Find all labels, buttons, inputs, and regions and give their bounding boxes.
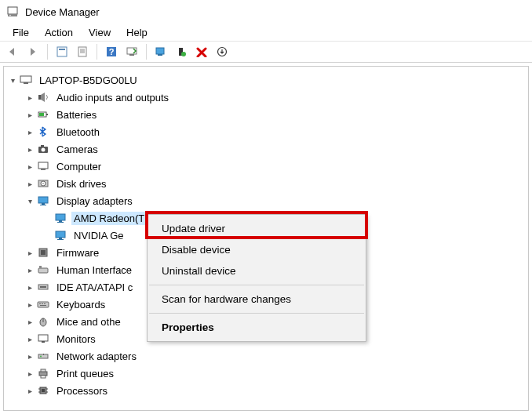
- svg-rect-32: [38, 197, 48, 203]
- speaker-icon: [37, 91, 49, 104]
- bluetooth-icon: [37, 125, 49, 138]
- ctx-update-driver[interactable]: Update driver: [148, 218, 366, 239]
- svg-rect-23: [39, 113, 44, 116]
- properties-button[interactable]: [73, 43, 92, 60]
- caret-right-icon[interactable]: ▸: [24, 333, 35, 344]
- svg-rect-60: [41, 369, 46, 372]
- uninstall-button[interactable]: [213, 43, 231, 60]
- battery-icon: [37, 108, 49, 121]
- tree-category[interactable]: ▸Audio inputs and outputs: [24, 89, 528, 106]
- tree-category[interactable]: ▸Batteries: [24, 106, 528, 123]
- tree-root-node[interactable]: ▾LAPTOP-B5DGO0LU: [7, 71, 528, 89]
- toolbar-separator: [146, 44, 147, 60]
- svg-rect-20: [38, 95, 41, 100]
- caret-right-icon[interactable]: ▸: [24, 264, 35, 275]
- caret-right-icon[interactable]: ▸: [24, 178, 35, 189]
- enable-button[interactable]: [172, 43, 191, 60]
- tree-category[interactable]: ▸Bluetooth: [24, 123, 528, 140]
- help-button[interactable]: ?: [102, 43, 121, 60]
- menu-view[interactable]: View: [81, 25, 118, 40]
- ctx-disable-device[interactable]: Disable device: [148, 239, 366, 260]
- tree-category[interactable]: ▸Network adapters: [24, 347, 528, 365]
- update-driver-button[interactable]: [151, 43, 170, 60]
- caret-right-icon[interactable]: ▸: [24, 385, 35, 396]
- svg-rect-1: [8, 14, 17, 16]
- context-menu: Update driver Disable device Uninstall d…: [147, 214, 366, 342]
- tree-category[interactable]: ▸Cameras: [24, 140, 528, 158]
- tree-category[interactable]: ▸Print queues: [24, 365, 528, 382]
- camera-icon: [37, 143, 49, 155]
- caret-right-icon[interactable]: ▸: [24, 368, 35, 379]
- ide-icon: [37, 281, 49, 293]
- tree-category-label: Audio inputs and outputs: [54, 91, 171, 104]
- svg-rect-4: [59, 49, 65, 50]
- caret-right-icon[interactable]: ▸: [24, 161, 35, 172]
- svg-rect-38: [56, 231, 65, 238]
- toolbar-separator: [97, 44, 97, 60]
- tree-category[interactable]: ▸Computer: [24, 158, 528, 175]
- delete-button[interactable]: [192, 43, 211, 60]
- svg-rect-54: [38, 335, 48, 341]
- menu-action[interactable]: Action: [37, 25, 81, 40]
- tree-category-label: Batteries: [54, 108, 99, 122]
- cpu-icon: [37, 384, 49, 397]
- svg-rect-35: [56, 214, 65, 220]
- svg-rect-55: [42, 341, 45, 343]
- menu-file[interactable]: File: [5, 25, 37, 40]
- tree-category[interactable]: ▾Display adapters: [24, 192, 528, 209]
- caret-right-icon[interactable]: ▸: [24, 316, 35, 327]
- display-icon: [54, 229, 67, 242]
- tree-category[interactable]: ▸Disk drives: [24, 175, 528, 192]
- forward-button[interactable]: [24, 43, 42, 60]
- tree-category-label: Human Interface: [54, 263, 134, 277]
- svg-rect-33: [42, 203, 45, 205]
- caret-right-icon[interactable]: ▸: [24, 92, 35, 103]
- svg-rect-26: [41, 145, 44, 147]
- tree-category-label: Firmware: [54, 246, 101, 260]
- back-button[interactable]: [3, 43, 22, 60]
- svg-point-2: [9, 15, 11, 16]
- caret-down-icon[interactable]: ▾: [7, 74, 18, 85]
- tree-category-label: Mice and othe: [54, 315, 123, 329]
- svg-rect-42: [41, 250, 46, 255]
- computer-root-icon: [20, 74, 32, 86]
- caret-right-icon[interactable]: ▸: [24, 247, 35, 258]
- monitor-dev-icon: [37, 332, 49, 345]
- caret-right-icon[interactable]: ▸: [24, 299, 35, 310]
- tree-category[interactable]: ▸Processors: [24, 382, 528, 399]
- svg-point-25: [42, 148, 46, 152]
- menu-bar: File Action View Help: [0, 24, 532, 41]
- svg-rect-3: [57, 47, 67, 56]
- svg-rect-5: [78, 47, 86, 56]
- scan-button[interactable]: [122, 43, 141, 60]
- tree-category-label: Monitors: [54, 332, 98, 346]
- svg-rect-61: [41, 376, 46, 378]
- svg-rect-39: [59, 238, 62, 239]
- ctx-scan-hardware[interactable]: Scan for hardware changes: [148, 289, 366, 310]
- tree-category-label: Cameras: [54, 143, 100, 156]
- svg-rect-46: [40, 286, 46, 288]
- svg-point-31: [42, 183, 44, 184]
- app-icon: [6, 5, 19, 18]
- caret-right-icon[interactable]: ▸: [24, 109, 35, 120]
- tree-device-label: NVIDIA Ge: [71, 229, 126, 242]
- show-hidden-button[interactable]: [53, 43, 71, 60]
- ctx-uninstall-device[interactable]: Uninstall device: [148, 260, 366, 281]
- svg-rect-40: [57, 239, 64, 240]
- keyboard-icon: [37, 298, 49, 310]
- ctx-properties[interactable]: Properties: [148, 317, 366, 338]
- tree-category-label: Computer: [54, 160, 104, 173]
- window-title: Device Manager: [25, 6, 100, 18]
- svg-rect-43: [38, 268, 48, 273]
- caret-right-icon[interactable]: ▸: [24, 350, 35, 361]
- caret-right-icon[interactable]: ▸: [24, 281, 35, 292]
- printer-icon: [37, 367, 49, 380]
- caret-right-icon[interactable]: ▸: [24, 126, 35, 137]
- svg-rect-58: [43, 354, 44, 355]
- menu-help[interactable]: Help: [118, 25, 155, 40]
- tree-category-label: Disk drives: [54, 177, 109, 191]
- hid-icon: [37, 263, 49, 276]
- caret-right-icon[interactable]: ▸: [24, 143, 35, 154]
- ctx-separator: [149, 313, 364, 314]
- caret-down-icon[interactable]: ▾: [24, 195, 35, 206]
